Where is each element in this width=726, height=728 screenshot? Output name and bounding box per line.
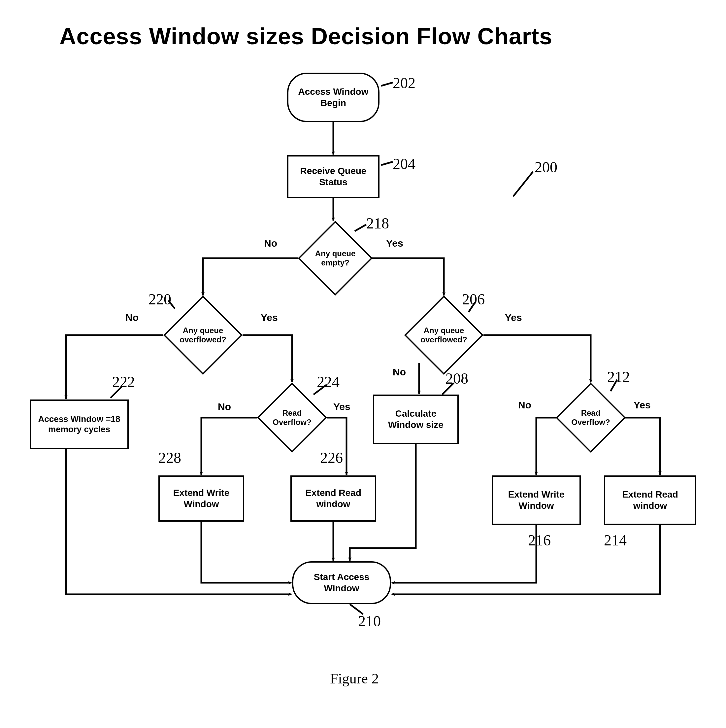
edge-label-224-yes: Yes xyxy=(333,401,351,412)
node-access-window-begin: Access Window Begin xyxy=(287,73,380,122)
edge-label-224-no: No xyxy=(218,401,231,412)
node-text: Start Access Window xyxy=(297,572,386,593)
node-text: Access Window =18 memory cycles xyxy=(34,414,125,434)
ref-202: 202 xyxy=(393,74,415,92)
node-extend-write-window-right: Extend Write Window xyxy=(492,476,581,525)
flowchart-canvas: Access Window sizes Decision Flow Charts… xyxy=(0,0,726,728)
ref-214: 214 xyxy=(604,532,627,549)
ref-200: 200 xyxy=(535,159,557,176)
ref-212: 212 xyxy=(607,368,630,385)
node-any-queue-empty: Any queue empty? xyxy=(298,221,372,295)
ref-218: 218 xyxy=(366,215,389,232)
svg-line-4 xyxy=(381,162,393,165)
figure-caption: Figure 2 xyxy=(330,670,379,687)
node-read-overflow-left: Read Overflow? xyxy=(257,383,327,453)
svg-line-5 xyxy=(355,225,366,231)
node-any-queue-overflowed-left: Any queue overflowed? xyxy=(163,295,243,375)
node-calculate-window-size: Calculate Window size xyxy=(373,395,459,444)
edge-label-212-yes: Yes xyxy=(634,399,651,411)
edge-label-206-no: No xyxy=(393,367,406,378)
node-text: Receive Queue Status xyxy=(291,165,375,188)
ref-220: 220 xyxy=(148,291,171,308)
svg-line-13 xyxy=(513,172,533,196)
ref-226: 226 xyxy=(320,449,343,466)
edge-label-220-yes: Yes xyxy=(261,312,278,323)
node-text: Extend Read window xyxy=(608,489,692,511)
edge-label-206-yes: Yes xyxy=(505,312,522,323)
node-read-overflow-right: Read Overflow? xyxy=(556,383,626,453)
ref-216: 216 xyxy=(528,532,551,549)
node-extend-read-window-right: Extend Read window xyxy=(604,476,696,525)
edge-label-218-yes: Yes xyxy=(386,238,403,249)
ref-222: 222 xyxy=(112,373,135,391)
chart-title: Access Window sizes Decision Flow Charts xyxy=(59,23,552,49)
ref-206: 206 xyxy=(462,291,485,308)
ref-208: 208 xyxy=(445,370,468,387)
ref-224: 224 xyxy=(317,373,340,391)
edge-label-212-no: No xyxy=(518,399,531,411)
node-text: Any queue overflowed? xyxy=(418,326,469,344)
node-text: Read Overflow? xyxy=(270,408,314,427)
svg-line-3 xyxy=(381,83,393,86)
node-start-access-window: Start Access Window xyxy=(292,561,391,604)
node-text: Extend Write Window xyxy=(162,487,240,509)
node-text: Extend Write Window xyxy=(496,489,577,511)
node-text: Any queue empty? xyxy=(311,249,359,267)
node-access-window-18: Access Window =18 memory cycles xyxy=(30,399,129,449)
node-receive-queue-status: Receive Queue Status xyxy=(287,155,380,198)
ref-210: 210 xyxy=(358,612,381,630)
ref-228: 228 xyxy=(159,449,181,466)
edge-label-218-no: No xyxy=(264,238,277,249)
ref-204: 204 xyxy=(393,155,415,173)
node-text: Access Window Begin xyxy=(292,86,375,108)
edge-label-220-no: No xyxy=(125,312,139,323)
node-text: Read Overflow? xyxy=(569,408,613,427)
node-text: Calculate Window size xyxy=(377,408,455,430)
node-text: Any queue overflowed? xyxy=(177,326,228,344)
node-extend-read-window-left: Extend Read window xyxy=(290,476,376,522)
node-text: Extend Read window xyxy=(294,487,372,509)
node-extend-write-window-left: Extend Write Window xyxy=(159,476,244,522)
